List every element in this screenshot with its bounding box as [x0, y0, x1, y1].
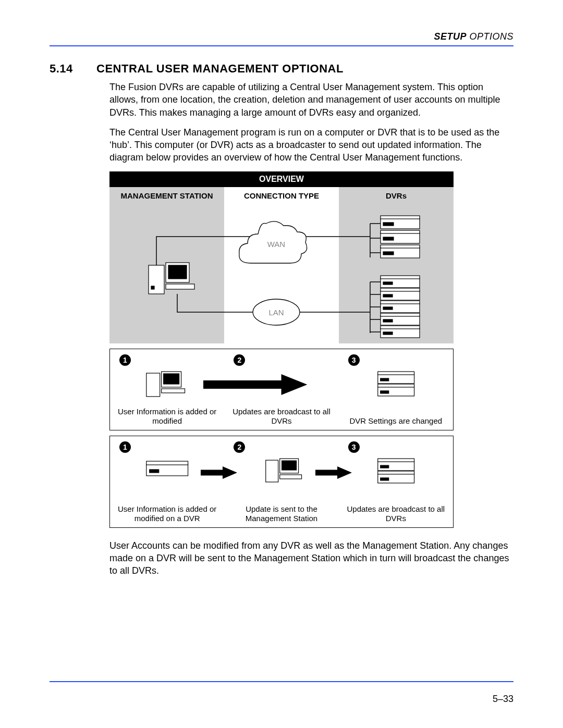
wan-label: WAN: [267, 240, 285, 249]
svg-rect-43: [150, 470, 159, 473]
svg-rect-4: [166, 284, 194, 289]
section-title: CENTRAL USER MANAGEMENT OPTIONAL: [96, 62, 344, 75]
svg-rect-29: [383, 332, 393, 335]
dvr-stack-wan: [334, 216, 420, 258]
running-head-rest: OPTIONS: [467, 31, 513, 42]
paragraph-3: User Accounts can be modified from any D…: [109, 539, 513, 577]
svg-rect-3: [168, 265, 187, 279]
svg-rect-8: [383, 223, 394, 226]
svg-rect-23: [383, 307, 393, 310]
flow-a-step2: 2 Updates are broadcast to all DVRs: [224, 349, 338, 430]
svg-rect-42: [146, 461, 188, 465]
overview-grid: MANAGEMENT STATION CONNECTION TYPE DVRs: [109, 187, 454, 343]
overview-svg: WAN LAN: [109, 187, 454, 343]
flow-a-cap1: User Information is added or modified: [110, 407, 224, 426]
svg-rect-19: [381, 288, 420, 291]
svg-rect-51: [377, 459, 414, 462]
svg-rect-13: [381, 245, 420, 248]
section-heading: 5.14CENTRAL USER MANAGEMENT OPTIONAL: [50, 62, 513, 76]
paragraph-1: The Fusion DVRs are capable of utilizing…: [109, 81, 513, 119]
svg-rect-10: [381, 230, 420, 233]
svg-rect-39: [377, 384, 414, 387]
flow-b: 1 User Information is added or modified …: [109, 436, 454, 528]
bullet-2: 2: [234, 354, 245, 366]
flow-b-cap2: Update is sent to the Management Station: [224, 504, 338, 523]
svg-rect-17: [383, 282, 393, 285]
svg-rect-55: [380, 478, 388, 480]
pc-icon: [149, 263, 194, 294]
svg-rect-45: [266, 460, 278, 482]
closing-text: User Accounts can be modified from any D…: [109, 539, 513, 577]
svg-rect-22: [381, 301, 420, 304]
arrow-right-icon: [203, 369, 317, 400]
running-head: SETUP OPTIONS: [50, 31, 513, 42]
svg-rect-26: [383, 319, 393, 322]
flow-b-cap1: User Information is added or modified on…: [110, 504, 224, 523]
svg-rect-52: [380, 465, 388, 468]
flow-b-step1: 1 User Information is added or modified …: [110, 436, 224, 527]
svg-marker-34: [203, 374, 307, 395]
svg-rect-16: [381, 276, 420, 279]
flow-a-cap2: Updates are broadcast to all DVRs: [224, 407, 338, 426]
dvr-small-icon: [339, 368, 453, 399]
bullet-1: 1: [119, 354, 131, 366]
dvr-stack-lan: [334, 276, 420, 338]
bullet-3: 3: [348, 354, 360, 366]
bullet-3b: 3: [348, 441, 360, 453]
flow-a-step3: 3 DVR Settings are changed: [339, 349, 453, 430]
bullet-1b: 1: [119, 441, 131, 453]
bottom-rule: [50, 681, 513, 682]
flow-b-step3: 3 Updates are broadcast to all DVRs: [339, 436, 453, 527]
overview-title: OVERVIEW: [109, 171, 454, 187]
dvr-stack-small-icon: [339, 455, 453, 486]
svg-rect-32: [164, 374, 179, 384]
svg-rect-7: [381, 216, 420, 219]
running-head-bold: SETUP: [434, 31, 467, 42]
flow-b-step2: 2 Update is sent to the Management Stati…: [224, 436, 338, 527]
svg-rect-40: [380, 391, 388, 393]
svg-rect-1: [151, 286, 154, 289]
svg-rect-48: [280, 475, 302, 479]
flow-b-cap3: Updates are broadcast to all DVRs: [339, 504, 453, 523]
lan-ellipse: LAN: [253, 299, 300, 325]
wan-cloud: WAN: [239, 221, 307, 263]
page-number: 5–33: [493, 694, 513, 705]
overview-diagram: OVERVIEW MANAGEMENT STATION CONNECTION T…: [109, 171, 454, 528]
section-number: 5.14: [50, 62, 96, 76]
svg-rect-14: [383, 252, 394, 255]
lan-label: LAN: [268, 308, 284, 317]
svg-rect-33: [162, 389, 185, 393]
svg-rect-30: [146, 373, 160, 397]
flow-a-cap3: DVR Settings are changed: [339, 416, 453, 426]
top-rule: [50, 45, 513, 46]
svg-rect-54: [377, 471, 414, 474]
svg-rect-25: [381, 313, 420, 316]
flow-a: 1 User Information is added or modified …: [109, 349, 454, 430]
manual-page: SETUP OPTIONS 5.14CENTRAL USER MANAGEMEN…: [0, 0, 563, 728]
svg-rect-47: [282, 461, 297, 470]
svg-rect-0: [149, 265, 164, 294]
svg-rect-11: [383, 237, 394, 240]
paragraph-2: The Central User Management program is r…: [109, 126, 513, 164]
intro-text: The Fusion DVRs are capable of utilizing…: [109, 81, 513, 164]
svg-rect-28: [381, 326, 420, 329]
svg-rect-20: [383, 294, 393, 297]
svg-rect-36: [377, 372, 414, 375]
svg-rect-37: [380, 378, 388, 381]
bullet-2b: 2: [234, 441, 245, 453]
